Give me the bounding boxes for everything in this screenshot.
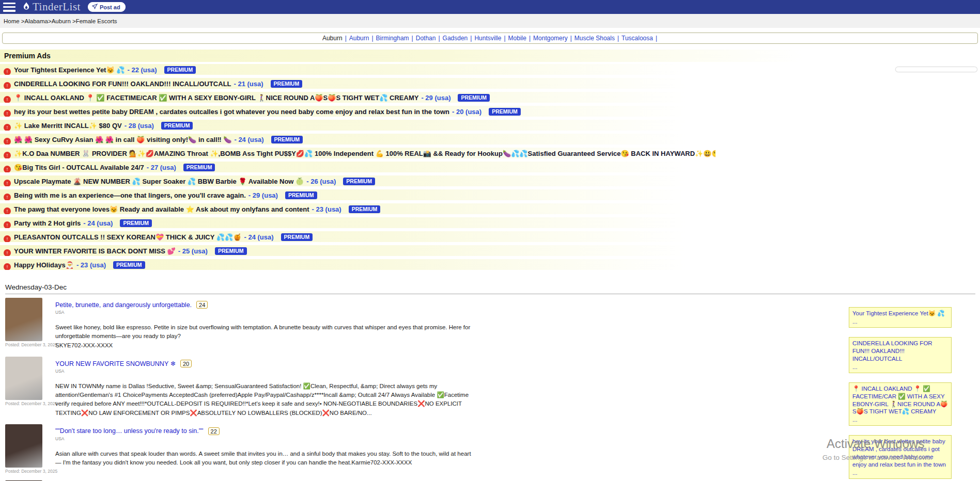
premium-ad-age-link[interactable]: - 24 (usa)	[83, 219, 113, 227]
premium-badge[interactable]: PREMIUM	[164, 66, 196, 74]
premium-ad-row: ↑Being with me is an experience—one that…	[0, 189, 715, 200]
premium-ad-title-link[interactable]: PLEASANTON OUTCALLS !! SEXY KOREAN💝 THIC…	[14, 233, 241, 241]
premium-ad-row: ↑😘Big Tits Girl - OUTCALL Available 24/7…	[0, 162, 715, 172]
premium-ad-title-link[interactable]: ✨ Lake Merritt INCALL✨ $80 QV	[14, 122, 122, 130]
premium-ad-title-link[interactable]: YOUR WINTER FAVORITE IS BACK DONT MISS 💕	[14, 247, 176, 255]
bump-up-icon: ↑	[4, 235, 11, 242]
site-logo[interactable]: TinderList	[22, 1, 81, 13]
breadcrumb-city-link[interactable]: Auburn >	[52, 18, 76, 24]
premium-ad-age-link[interactable]: - 22 (usa)	[128, 66, 157, 74]
premium-ad-title-link[interactable]: Party with 2 Hot girls	[14, 219, 81, 227]
breadcrumb-category-link[interactable]: Female Escorts	[76, 18, 117, 24]
city-link-dothan[interactable]: Dothan	[416, 35, 436, 42]
city-link-auburn[interactable]: Auburn	[322, 35, 343, 42]
premium-ad-age-link[interactable]: - 21 (usa)	[234, 80, 263, 88]
city-link-mobile[interactable]: Mobile	[508, 35, 526, 42]
premium-ad-title-link[interactable]: hey its your best wettes petite baby DRE…	[14, 108, 449, 116]
premium-ad-title-link[interactable]: 📍 INCALL OAKLAND 📍 ✅ FACETIME/CAR ✅ WITH…	[14, 94, 418, 102]
city-link-huntsville[interactable]: Huntsville	[474, 35, 501, 42]
sidebar-more-link[interactable]: ...	[852, 363, 948, 371]
bump-up-icon: ↑	[4, 82, 11, 89]
premium-badge[interactable]: PREMIUM	[271, 136, 303, 143]
sidebar-more-link[interactable]: ...	[852, 318, 948, 326]
premium-ad-age-link[interactable]: - 28 (usa)	[125, 122, 154, 130]
premium-ad-title-link[interactable]: Happy HOlidays🎅	[14, 261, 74, 269]
premium-badge[interactable]: PREMIUM	[120, 219, 152, 227]
city-separator: |	[529, 35, 531, 42]
premium-badge[interactable]: PREMIUM	[343, 178, 375, 185]
top-navigation-bar: TinderList Post ad	[0, 0, 980, 14]
premium-ad-age-link[interactable]: - 24 (usa)	[244, 233, 273, 241]
premium-ad-age-link[interactable]: - 23 (usa)	[312, 205, 341, 213]
listing-country-label: USA	[55, 436, 478, 441]
listing-age-badge: 24	[196, 301, 208, 309]
premium-ad-row: ↑Happy HOlidays🎅- 23 (usa)PREMIUM	[0, 259, 715, 270]
premium-ad-title-link[interactable]: Being with me is an experience—one that …	[14, 191, 246, 199]
breadcrumb-state-link[interactable]: Alabama>	[25, 18, 52, 24]
premium-ad-age-link[interactable]: - 23 (usa)	[76, 261, 106, 269]
floating-pill-widget[interactable]	[895, 67, 977, 72]
premium-badge[interactable]: PREMIUM	[161, 122, 193, 130]
premium-badge[interactable]: PREMIUM	[489, 108, 521, 116]
city-link-montgomery[interactable]: Montgomery	[533, 35, 568, 42]
premium-ad-row: ↑CINDERELLA LOOKING FOR FUN!!! OAKLAND!!…	[0, 78, 715, 89]
premium-ad-title-link[interactable]: 😘Big Tits Girl - OUTCALL Available 24/7	[14, 164, 144, 171]
listing-title-link[interactable]: Petite, brunette, and dangerously unforg…	[55, 301, 192, 309]
premium-ad-age-link[interactable]: - 27 (usa)	[147, 164, 176, 171]
premium-ad-age-link[interactable]: - 24 (usa)	[234, 136, 263, 143]
premium-ad-title-link[interactable]: ✨K.O Daa NUMBER 🐰 PROVIDER 💁✨💋AMAZING Th…	[14, 150, 715, 157]
premium-ad-title-link[interactable]: 🌺 🌺 Sexy CuRvy Asian 🌺 🌺 in call 🍑 visit…	[14, 136, 231, 143]
sidebar-premium-title-link[interactable]: Your Tightest Experience Yet😼 💦	[852, 310, 948, 317]
sidebar-premium-box: Your Tightest Experience Yet😼 💦 ...	[849, 307, 952, 328]
premium-ad-title-link[interactable]: Your Tightest Experience Yet😼 💦	[14, 66, 125, 74]
sidebar-more-link[interactable]: ...	[852, 469, 948, 477]
city-link-birmingham[interactable]: Birmingham	[376, 35, 409, 42]
bump-up-icon: ↑	[4, 166, 11, 172]
listing-thumbnail-photo[interactable]	[5, 424, 42, 468]
premium-ad-title-link[interactable]: The pawg that everyone loves😼 Ready and …	[14, 205, 309, 213]
city-nav-box: Auburn|Auburn|Birmingham|Dothan|Gadsden|…	[2, 33, 978, 44]
premium-badge[interactable]: PREMIUM	[215, 247, 247, 255]
premium-ad-age-link[interactable]: - 20 (usa)	[452, 108, 481, 116]
premium-ad-row: ↑YOUR WINTER FAVORITE IS BACK DONT MISS …	[0, 245, 715, 256]
date-divider	[5, 294, 975, 294]
bump-up-icon: ↑	[4, 180, 11, 186]
menu-hamburger-icon[interactable]	[3, 3, 15, 12]
premium-badge[interactable]: PREMIUM	[285, 191, 317, 199]
sidebar-more-link[interactable]: ...	[852, 416, 948, 424]
date-header: Wednesday-03-Dec	[5, 283, 980, 291]
breadcrumb-home-link[interactable]: Home >	[4, 18, 25, 24]
sidebar-premium-title-link[interactable]: 📍 INCALL OAKLAND 📍 ✅ FACETIME/CAR ✅ WITH…	[852, 385, 948, 416]
city-separator: |	[412, 35, 413, 42]
premium-ad-age-link[interactable]: - 25 (usa)	[178, 247, 208, 255]
sidebar-premium-title-link[interactable]: CINDERELLA LOOKING FOR FUN!!! OAKLAND!!!…	[852, 340, 948, 363]
bump-up-icon: ↑	[4, 207, 11, 214]
premium-ad-age-link[interactable]: - 29 (usa)	[248, 191, 278, 199]
listing-title-link[interactable]: ""Don't stare too long… unless you're re…	[55, 427, 204, 435]
premium-ad-title-link[interactable]: Upscale Playmate 🌋 NEW NUMBER 💦 Super So…	[14, 178, 304, 185]
premium-ad-age-link[interactable]: - 26 (usa)	[306, 178, 336, 185]
premium-ad-age-link[interactable]: - 29 (usa)	[421, 94, 450, 102]
listing-title-link[interactable]: YOUR NEW FAVORITE SNOWBUNNY ❄	[55, 360, 176, 367]
listing-thumbnail-photo[interactable]	[5, 357, 42, 400]
city-link-gadsden[interactable]: Gadsden	[443, 35, 468, 42]
bump-up-icon: ↑	[4, 138, 11, 145]
city-separator: |	[371, 35, 373, 42]
premium-badge[interactable]: PREMIUM	[281, 233, 313, 241]
post-ad-button[interactable]: Post ad	[88, 2, 126, 12]
listing-age-badge: 22	[208, 427, 220, 435]
city-link-muscle-shoals[interactable]: Muscle Shoals	[574, 35, 615, 42]
premium-ad-title-link[interactable]: CINDERELLA LOOKING FOR FUN!!! OAKLAND!!!…	[14, 80, 231, 88]
city-link-tuscaloosa[interactable]: Tuscaloosa	[621, 35, 653, 42]
premium-ad-row: ↑Party with 2 Hot girls- 24 (usa)PREMIUM	[0, 217, 715, 228]
premium-badge[interactable]: PREMIUM	[458, 94, 490, 102]
premium-badge[interactable]: PREMIUM	[113, 261, 145, 269]
premium-badge[interactable]: PREMIUM	[271, 80, 303, 88]
bump-up-icon: ↑	[4, 68, 11, 75]
city-separator: |	[470, 35, 472, 42]
city-separator: |	[617, 35, 619, 42]
premium-badge[interactable]: PREMIUM	[183, 164, 215, 171]
city-link-auburn[interactable]: Auburn	[349, 35, 369, 42]
premium-badge[interactable]: PREMIUM	[349, 205, 381, 213]
listing-thumbnail-photo[interactable]	[5, 298, 42, 341]
